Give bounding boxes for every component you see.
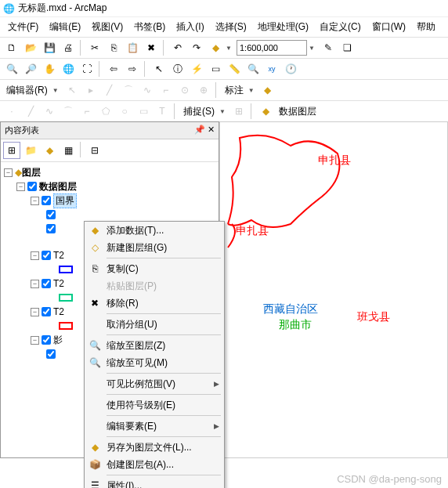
layers-icon[interactable]: ❏ <box>338 39 356 56</box>
html-popup-icon[interactable]: ▭ <box>207 60 224 78</box>
new-icon[interactable]: 🗋 <box>3 39 20 56</box>
menu-edit[interactable]: 编辑(E) <box>45 19 85 35</box>
paste-icon[interactable]: 📋 <box>124 39 141 56</box>
right-angle-icon[interactable]: ⌐ <box>157 81 175 99</box>
data-layer-label[interactable]: 数据图层 <box>276 103 320 120</box>
map-canvas[interactable]: 申扎县 申扎县 西藏自治区 那曲市 班戈县 <box>219 121 448 458</box>
edit-tool-icon[interactable]: ↖ <box>63 81 81 99</box>
capture-menu[interactable]: 捕捉(S) <box>180 103 218 120</box>
layer-t2-2[interactable]: T2 <box>53 278 64 289</box>
draw-angle-icon[interactable]: ⌐ <box>78 103 96 120</box>
menu-customize[interactable]: 自定义(C) <box>315 19 366 35</box>
layer-check[interactable] <box>42 196 51 205</box>
ctx-remove[interactable]: ✖移除(R) <box>85 295 224 312</box>
add-data-icon[interactable]: ◆ <box>207 39 224 56</box>
menu-insert[interactable]: 插入(I) <box>172 19 208 35</box>
hyperlink-icon[interactable]: ⚡ <box>188 60 205 78</box>
annotate-drop-icon[interactable]: ▼ <box>248 87 258 94</box>
layer-check[interactable] <box>42 335 51 345</box>
ctx-use-symbol[interactable]: 使用符号级别(E) <box>85 396 224 414</box>
menu-window[interactable]: 窗口(W) <box>367 19 410 35</box>
layer-last[interactable]: 影 <box>53 334 63 347</box>
menu-geoprocess[interactable]: 地理处理(G) <box>253 19 313 35</box>
list-by-draw-icon[interactable]: ⊞ <box>3 142 20 159</box>
ctx-zoom-visible[interactable]: 🔍缩放至可见(M) <box>85 354 224 371</box>
menu-help[interactable]: 帮助 <box>412 19 440 35</box>
data-layer-node[interactable]: 数据图层 <box>39 180 77 193</box>
next-extent-icon[interactable]: ⇨ <box>124 60 141 78</box>
draw-line-icon[interactable]: ╱ <box>22 103 39 120</box>
data-layer-icon[interactable]: ◆ <box>257 103 274 120</box>
selected-layer[interactable]: 国界 <box>53 193 77 208</box>
draw-circle-icon[interactable]: ○ <box>116 103 133 120</box>
editor-menu[interactable]: 编辑器(R) <box>3 82 51 99</box>
expand-icon[interactable]: − <box>16 183 25 191</box>
pan-icon[interactable]: ✋ <box>41 60 58 78</box>
editor-drop-icon[interactable]: ▼ <box>52 87 62 94</box>
prev-extent-icon[interactable]: ⇦ <box>105 60 122 78</box>
delete-icon[interactable]: ✖ <box>143 39 160 56</box>
options-icon[interactable]: ⊟ <box>86 142 103 159</box>
straight-icon[interactable]: ╱ <box>101 81 118 99</box>
midpoint-icon[interactable]: ⊙ <box>176 81 193 99</box>
cut-icon[interactable]: ✂ <box>86 39 103 56</box>
data-layer-check[interactable] <box>27 182 37 191</box>
open-icon[interactable]: 📂 <box>22 39 39 56</box>
list-by-visibility-icon[interactable]: ◆ <box>41 142 58 159</box>
ctx-zoom-layer[interactable]: 🔍缩放至图层(Z) <box>85 337 224 354</box>
ctx-create-pkg[interactable]: 📦创建图层包(A)... <box>85 456 224 473</box>
root-layer[interactable]: 图层 <box>22 166 41 179</box>
ctx-add-data[interactable]: ◆添加数据(T)... <box>85 222 224 239</box>
xy-icon[interactable]: xy <box>263 60 280 78</box>
time-icon[interactable]: 🕐 <box>282 60 299 78</box>
draw-arc-icon[interactable]: ⌒ <box>60 103 77 120</box>
undo-icon[interactable]: ↶ <box>169 39 186 56</box>
layer-check[interactable] <box>42 279 51 288</box>
arc-icon[interactable]: ⌒ <box>120 81 137 99</box>
list-by-source-icon[interactable]: 📁 <box>22 142 39 159</box>
menu-view[interactable]: 视图(V) <box>87 19 128 35</box>
layer-t2-3[interactable]: T2 <box>53 306 64 317</box>
redo-icon[interactable]: ↷ <box>188 39 205 56</box>
layer-t2-1[interactable]: T2 <box>53 250 64 261</box>
menu-file[interactable]: 文件(F) <box>3 19 43 35</box>
edit-vertex-icon[interactable]: ▸ <box>82 81 99 99</box>
find-icon[interactable]: 🔍 <box>244 60 262 78</box>
scale-drop-icon[interactable]: ▼ <box>309 45 318 52</box>
expand-icon[interactable]: − <box>31 336 39 345</box>
draw-poly-icon[interactable]: ⬠ <box>97 103 114 120</box>
dropdown-icon[interactable]: ▼ <box>226 45 235 52</box>
sublayer-check[interactable] <box>46 210 56 219</box>
annotate-menu[interactable]: 标注 <box>222 82 247 99</box>
anno-tool-icon[interactable]: ◆ <box>259 81 276 99</box>
ctx-visible-scale[interactable]: 可见比例范围(V)▶ <box>85 375 224 392</box>
expand-icon[interactable]: − <box>31 308 39 316</box>
close-icon[interactable]: ✕ <box>208 125 215 134</box>
ctx-save-as[interactable]: ◆另存为图层文件(L)... <box>85 439 224 456</box>
expand-icon[interactable]: − <box>31 197 39 205</box>
copy-icon[interactable]: ⎘ <box>105 39 122 56</box>
expand-icon[interactable]: − <box>31 251 39 260</box>
layer-check[interactable] <box>42 251 51 260</box>
list-by-select-icon[interactable]: ▦ <box>60 142 77 159</box>
trace-icon[interactable]: ∿ <box>139 81 156 99</box>
globe-icon[interactable]: 🌐 <box>60 60 77 78</box>
ctx-ungroup[interactable]: 取消分组(U) <box>85 316 224 333</box>
ctx-copy[interactable]: ⎘复制(C) <box>85 260 224 277</box>
ctx-edit-feature[interactable]: 编辑要素(E)▶ <box>85 418 224 435</box>
full-extent-icon[interactable]: ⛶ <box>78 60 96 78</box>
identify-icon[interactable]: ⓘ <box>169 60 186 78</box>
menu-select[interactable]: 选择(S) <box>211 19 251 35</box>
sublayer-check[interactable] <box>46 349 56 359</box>
expand-icon[interactable]: − <box>31 280 39 288</box>
expand-icon[interactable]: − <box>4 168 13 177</box>
pin-icon[interactable]: 📌 <box>194 125 205 134</box>
ctx-props[interactable]: ☰属性(I)... <box>85 477 224 488</box>
draw-text-icon[interactable]: T <box>154 103 171 120</box>
draw-curve-icon[interactable]: ∿ <box>41 103 58 120</box>
save-icon[interactable]: 💾 <box>41 39 58 56</box>
snap-icon[interactable]: ⊞ <box>230 103 247 120</box>
sublayer-check[interactable] <box>46 224 56 233</box>
measure-icon[interactable]: 📏 <box>226 60 243 78</box>
ctx-new-group[interactable]: ◇新建图层组(G) <box>85 239 224 256</box>
